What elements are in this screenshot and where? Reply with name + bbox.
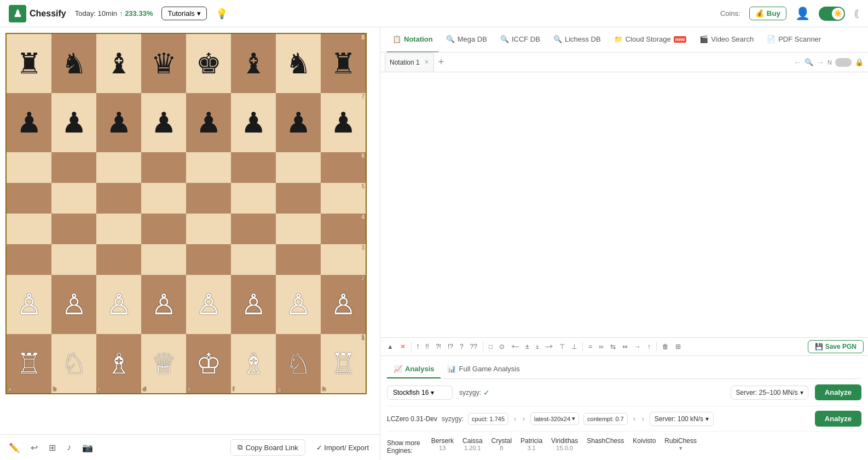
square-c7[interactable]: ♟ xyxy=(96,93,141,152)
tab-pdfscanner[interactable]: 📄 PDF Scanner xyxy=(761,27,826,53)
pgn-inf-btn[interactable]: ∞ xyxy=(597,341,606,352)
pgn-up-btn[interactable]: ▲ xyxy=(385,341,396,352)
music-icon[interactable]: ♪ xyxy=(65,440,73,455)
square-c8[interactable]: ♝ xyxy=(96,34,141,93)
square-e1[interactable]: ♔e xyxy=(186,334,231,393)
pgn-delete-btn[interactable]: 🗑 xyxy=(660,341,671,352)
square-f8[interactable]: ♝ xyxy=(231,34,276,93)
tab-cloudstorage[interactable]: 📁 Cloud Storage new xyxy=(609,27,692,53)
square-e4[interactable] xyxy=(186,214,231,244)
pgn-double-arrows-btn[interactable]: ⇔ xyxy=(620,341,630,352)
engine-patricia[interactable]: Patricia 3.1 xyxy=(520,437,542,452)
prev-arrow-icon[interactable]: ← xyxy=(794,58,801,67)
pgn-quest-btn[interactable]: ? xyxy=(458,341,466,352)
collapse-icon[interactable]: ⟪ xyxy=(854,8,859,20)
square-f5[interactable] xyxy=(231,183,276,214)
tab-lichessdb[interactable]: 🔍 Lichess DB xyxy=(548,27,606,53)
square-b8[interactable]: ♞ xyxy=(51,34,96,93)
square-d3[interactable] xyxy=(141,244,186,275)
pgn-square2-btn[interactable]: ⊞ xyxy=(673,341,683,352)
square-a4[interactable] xyxy=(7,214,51,244)
pgn-eq-plus-btn[interactable]: ⩲ xyxy=(534,341,541,352)
square-a7[interactable]: ♟ xyxy=(7,93,51,152)
buy-button[interactable]: 💰 Buy xyxy=(749,7,786,20)
square-g1[interactable]: ♘g xyxy=(276,334,321,393)
pgn-right-arrow-btn[interactable]: → xyxy=(632,341,643,352)
engine-viridithas[interactable]: Viridithas 15.0.0 xyxy=(551,437,578,452)
engine-rubichess[interactable]: RubiChess ▾ xyxy=(664,437,697,452)
square-g6[interactable] xyxy=(276,152,321,183)
square-d5[interactable] xyxy=(141,183,186,214)
square-c3[interactable] xyxy=(96,244,141,275)
contempt-prev-icon[interactable]: ‹ xyxy=(632,415,636,423)
square-d7[interactable]: ♟ xyxy=(141,93,186,152)
square-a8[interactable]: ♜ xyxy=(7,34,51,93)
engine-shashchess[interactable]: ShashChess xyxy=(587,437,624,452)
square-b2[interactable]: ♙ xyxy=(51,275,96,334)
search-icon[interactable]: 🔍 xyxy=(805,58,813,66)
square-c6[interactable] xyxy=(96,152,141,183)
theme-toggle[interactable]: ☀️ xyxy=(819,7,845,21)
square-a2[interactable]: ♙ xyxy=(7,275,51,334)
square-b5[interactable] xyxy=(51,183,96,214)
square-g2[interactable]: ♙ xyxy=(276,275,321,334)
square-g4[interactable] xyxy=(276,214,321,244)
square-f7[interactable]: ♟ xyxy=(231,93,276,152)
undo-icon[interactable]: ↩ xyxy=(28,440,40,455)
pgn-top-btn[interactable]: ⊤ xyxy=(557,341,567,352)
add-tab-button[interactable]: + xyxy=(436,56,447,68)
square-h7[interactable]: ♟7 xyxy=(321,93,366,152)
tab-videosearch[interactable]: 🎬 Video Search xyxy=(694,27,759,53)
square-f2[interactable]: ♙ xyxy=(231,275,276,334)
server-select-1[interactable]: Server: 25–100 MN/s ▾ xyxy=(731,386,808,400)
square-c1[interactable]: ♗c xyxy=(96,334,141,393)
square-h8[interactable]: ♜8 xyxy=(321,34,366,93)
pgn-arrows-btn[interactable]: ⇆ xyxy=(608,341,618,352)
stockfish-select[interactable]: Stockfish 16 ▾ xyxy=(387,386,453,400)
copy-board-button[interactable]: ⧉ Copy Board Link xyxy=(230,439,305,456)
pgn-double-exclaim-btn[interactable]: !! xyxy=(423,341,431,352)
notation-toggle[interactable] xyxy=(835,58,852,67)
network-select[interactable]: latest-320x24 ▾ xyxy=(530,412,579,425)
server-select-2[interactable]: Server: 100 kN/s ▾ xyxy=(650,412,714,426)
tab-iccfdb[interactable]: 🔍 ICCF DB xyxy=(495,27,546,53)
square-d1[interactable]: ♕d xyxy=(141,334,186,393)
layers-icon[interactable]: ⊞ xyxy=(47,440,58,455)
square-g3[interactable] xyxy=(276,244,321,275)
square-a5[interactable] xyxy=(7,183,51,214)
pgn-plus-minus-btn[interactable]: +– xyxy=(509,341,521,352)
tab-megadb[interactable]: 🔍 Mega DB xyxy=(441,27,493,53)
square-a1[interactable]: ♖a xyxy=(7,334,51,393)
square-e5[interactable] xyxy=(186,183,231,214)
analysis-tab[interactable]: 📈 Analysis xyxy=(387,360,441,378)
square-c5[interactable] xyxy=(96,183,141,214)
square-e7[interactable]: ♟ xyxy=(186,93,231,152)
import-export-button[interactable]: ✓ Import/ Export xyxy=(312,440,373,455)
square-a3[interactable] xyxy=(7,244,51,275)
square-b4[interactable] xyxy=(51,214,96,244)
pgn-pm-btn[interactable]: ± xyxy=(523,341,531,352)
square-h5[interactable]: 5 xyxy=(321,183,366,214)
tutorials-button[interactable]: Tutorials ▾ xyxy=(161,7,206,20)
pgn-exclaim-btn[interactable]: ! xyxy=(415,341,421,352)
analyze-button-1[interactable]: Analyze xyxy=(815,384,861,400)
save-pgn-button[interactable]: 💾 Save PGN xyxy=(808,340,864,353)
camera-icon[interactable]: 📷 xyxy=(80,440,95,455)
contempt-next-icon[interactable]: › xyxy=(641,415,645,423)
square-h6[interactable]: 6 xyxy=(321,152,366,183)
pgn-square-btn[interactable]: □ xyxy=(487,341,495,352)
square-d2[interactable]: ♙ xyxy=(141,275,186,334)
square-h3[interactable]: 3 xyxy=(321,244,366,275)
engine-caissa[interactable]: Caissa 1.20.1 xyxy=(462,437,483,452)
logo[interactable]: ♟ Chessify xyxy=(9,5,66,22)
square-b1[interactable]: ♘b xyxy=(51,334,96,393)
square-g8[interactable]: ♞ xyxy=(276,34,321,93)
engine-berserk[interactable]: Berserk 13 xyxy=(431,437,454,452)
analyze-button-2[interactable]: Analyze xyxy=(815,411,861,427)
chess-board[interactable]: ♜♞♝♛♚♝♞♜8♟♟♟♟♟♟♟♟76543♙♙♙♙♙♙♙♙2♖a♘b♗c♕d♔… xyxy=(5,33,367,394)
square-h4[interactable]: 4 xyxy=(321,214,366,244)
tab-notation[interactable]: 📋 Notation xyxy=(387,27,438,53)
square-e8[interactable]: ♚ xyxy=(186,34,231,93)
pgn-double-quest-btn[interactable]: ?? xyxy=(468,341,479,352)
edit-icon[interactable]: ✏️ xyxy=(7,440,22,455)
